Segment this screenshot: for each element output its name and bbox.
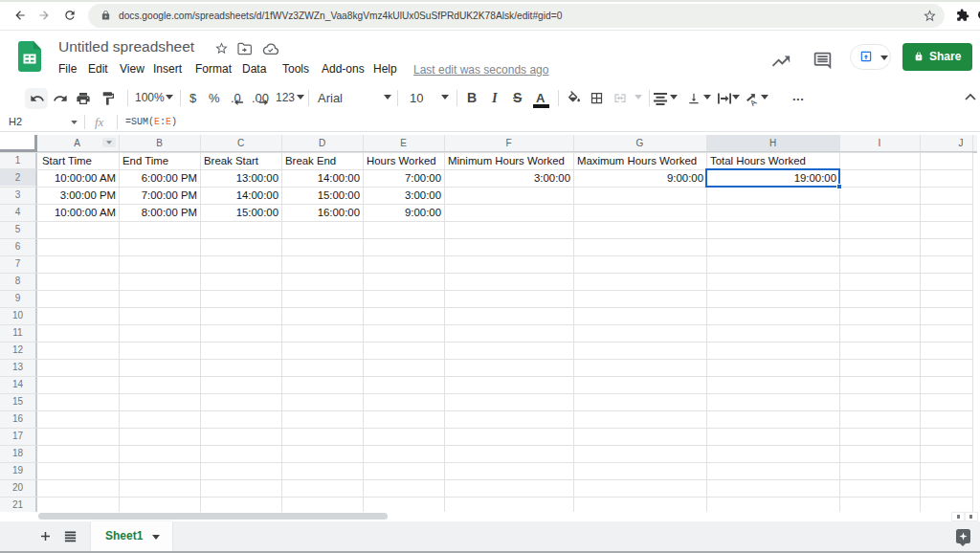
svg-text:A: A (748, 97, 759, 106)
